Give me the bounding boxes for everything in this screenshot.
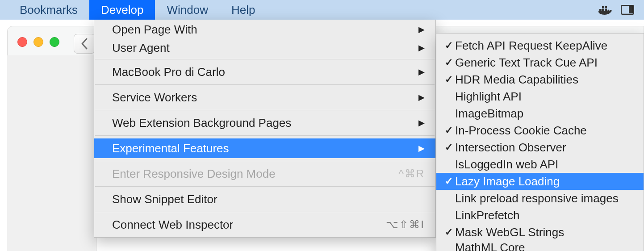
- submenu-item-label: Intersection Observer: [455, 141, 566, 155]
- checkmark-icon: ✓: [443, 40, 455, 51]
- menu-item-label: Experimental Features: [112, 142, 229, 155]
- submenu-item[interactable]: ✓Intersection Observer: [436, 139, 644, 156]
- display-layout-icon[interactable]: [621, 5, 634, 15]
- submenu-item[interactable]: ✓Fetch API Request KeepAlive: [436, 37, 644, 54]
- checkmark-icon: ✓: [443, 125, 455, 136]
- submenu-item-label: LinkPrefetch: [455, 209, 520, 222]
- keyboard-shortcut: ⌥⇧⌘I: [386, 218, 425, 231]
- submenu-item-label: In-Process Cookie Cache: [455, 124, 587, 138]
- menu-bookmarks-label: Bookmarks: [20, 3, 78, 17]
- submenu-arrow-icon: ▶: [418, 118, 425, 128]
- submenu-arrow-icon: ▶: [418, 92, 425, 102]
- menu-item-service-workers[interactable]: Service Workers ▶: [94, 88, 435, 107]
- submenu-item[interactable]: ✓HDR Media Capabilities: [436, 71, 644, 88]
- menu-item-label: MacBook Pro di Carlo: [112, 65, 225, 79]
- menu-separator: [95, 212, 435, 212]
- menu-bookmarks[interactable]: Bookmarks: [0, 0, 89, 20]
- submenu-item-label: Generic Text Track Cue API: [455, 56, 598, 70]
- window-minimize-button[interactable]: [33, 37, 43, 47]
- menu-item-open-page-with[interactable]: Open Page With ▶: [94, 20, 435, 39]
- menu-item-label: Connect Web Inspector: [112, 218, 233, 232]
- submenu-item[interactable]: Link preload responsive images: [436, 190, 644, 207]
- menu-item-connect-web-inspector[interactable]: Connect Web Inspector ⌥⇧⌘I: [94, 215, 435, 234]
- menu-separator: [95, 186, 435, 187]
- menu-develop[interactable]: Develop: [89, 0, 155, 20]
- menu-item-responsive-design: Enter Responsive Design Mode ^⌘R: [94, 164, 435, 184]
- submenu-item-label: Highlight API: [455, 90, 522, 104]
- menu-help-label: Help: [231, 3, 255, 17]
- back-button[interactable]: [74, 34, 95, 54]
- submenu-item[interactable]: Highlight API: [436, 88, 644, 105]
- svg-rect-3: [602, 6, 604, 8]
- menu-item-web-extension-bg[interactable]: Web Extension Background Pages ▶: [94, 113, 435, 133]
- menu-help[interactable]: Help: [220, 0, 267, 20]
- submenu-item-label: MathML Core: [455, 241, 525, 251]
- submenu-item-label: Mask WebGL Strings: [455, 226, 564, 239]
- menubar-left: Bookmarks Develop Window Help: [0, 0, 267, 20]
- submenu-arrow-icon: ▶: [418, 67, 425, 77]
- menu-separator: [95, 59, 435, 59]
- keyboard-shortcut: ^⌘R: [398, 167, 425, 180]
- checkmark-icon: ✓: [443, 142, 455, 153]
- submenu-item-label: Lazy Image Loading: [455, 175, 560, 188]
- svg-rect-6: [629, 6, 633, 13]
- docker-icon[interactable]: [598, 4, 613, 15]
- submenu-item[interactable]: ✓Lazy Image Loading: [436, 173, 644, 190]
- svg-rect-4: [605, 6, 607, 8]
- menu-item-snippet-editor[interactable]: Show Snippet Editor: [94, 189, 435, 209]
- menu-separator: [95, 110, 435, 110]
- menu-window[interactable]: Window: [155, 0, 219, 20]
- window-close-button[interactable]: [17, 37, 27, 47]
- menu-item-label: Show Snippet Editor: [112, 192, 217, 206]
- menu-item-label: Service Workers: [112, 91, 197, 105]
- menubar: Bookmarks Develop Window Help: [0, 0, 644, 20]
- checkmark-icon: ✓: [443, 74, 455, 85]
- submenu-arrow-icon: ▶: [418, 143, 425, 153]
- develop-menu: Open Page With ▶ User Agent ▶ MacBook Pr…: [94, 20, 436, 238]
- submenu-item-label: IsLoggedIn web API: [455, 158, 558, 172]
- submenu-arrow-icon: ▶: [418, 25, 425, 34]
- experimental-features-submenu: ✓Fetch API Request KeepAlive✓Generic Tex…: [436, 33, 644, 251]
- menu-item-experimental-features[interactable]: Experimental Features ▶: [94, 138, 435, 158]
- menu-separator: [95, 84, 435, 85]
- menu-develop-label: Develop: [101, 3, 143, 17]
- menu-item-device[interactable]: MacBook Pro di Carlo ▶: [94, 62, 435, 82]
- submenu-item-label: ImageBitmap: [455, 107, 523, 121]
- menu-item-label: Web Extension Background Pages: [112, 116, 291, 130]
- menu-separator: [95, 161, 435, 161]
- submenu-item[interactable]: ✓Mask WebGL Strings: [436, 224, 644, 241]
- menu-item-label: User Agent: [112, 41, 170, 55]
- checkmark-icon: ✓: [443, 176, 455, 187]
- submenu-item-label: HDR Media Capabilities: [455, 73, 578, 87]
- checkmark-icon: ✓: [443, 226, 455, 238]
- menu-item-user-agent[interactable]: User Agent ▶: [94, 39, 435, 56]
- menu-window-label: Window: [167, 3, 208, 17]
- menu-item-label: Open Page With: [112, 23, 197, 37]
- window-zoom-button[interactable]: [50, 37, 59, 47]
- submenu-item[interactable]: ✓In-Process Cookie Cache: [436, 122, 644, 139]
- submenu-item[interactable]: LinkPrefetch: [436, 207, 644, 224]
- menubar-status-icons: [598, 4, 644, 15]
- sidebar: [7, 55, 96, 251]
- submenu-item-label: Link preload responsive images: [455, 192, 619, 205]
- submenu-item[interactable]: IsLoggedIn web API: [436, 156, 644, 173]
- menu-separator: [95, 135, 435, 136]
- submenu-item[interactable]: ImageBitmap: [436, 105, 644, 122]
- window-controls: [17, 37, 59, 47]
- checkmark-icon: ✓: [443, 57, 455, 68]
- submenu-arrow-icon: ▶: [418, 43, 425, 53]
- menu-item-label: Enter Responsive Design Mode: [112, 167, 276, 181]
- submenu-item[interactable]: ✓Generic Text Track Cue API: [436, 54, 644, 71]
- submenu-item[interactable]: MathML Core: [436, 241, 644, 251]
- submenu-item-label: Fetch API Request KeepAlive: [455, 39, 607, 53]
